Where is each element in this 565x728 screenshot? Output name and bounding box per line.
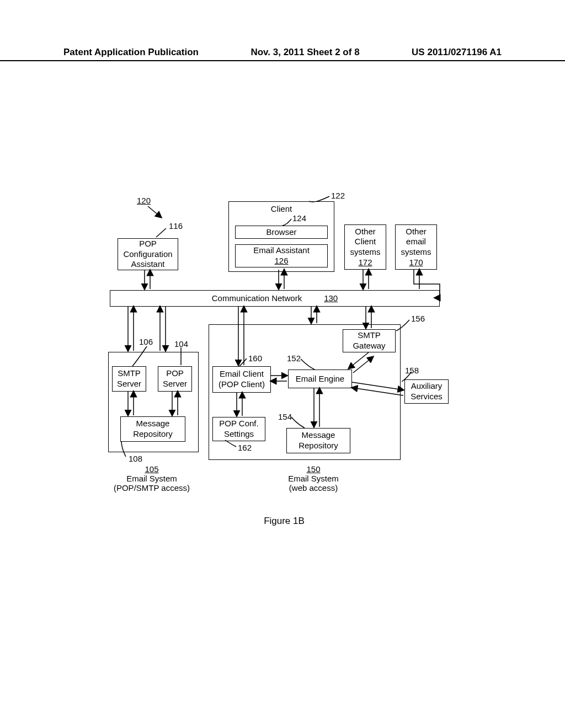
svg-line-29 <box>353 357 373 373</box>
connectors-svg <box>0 0 565 728</box>
svg-line-0 <box>148 206 161 217</box>
svg-line-28 <box>349 352 369 368</box>
